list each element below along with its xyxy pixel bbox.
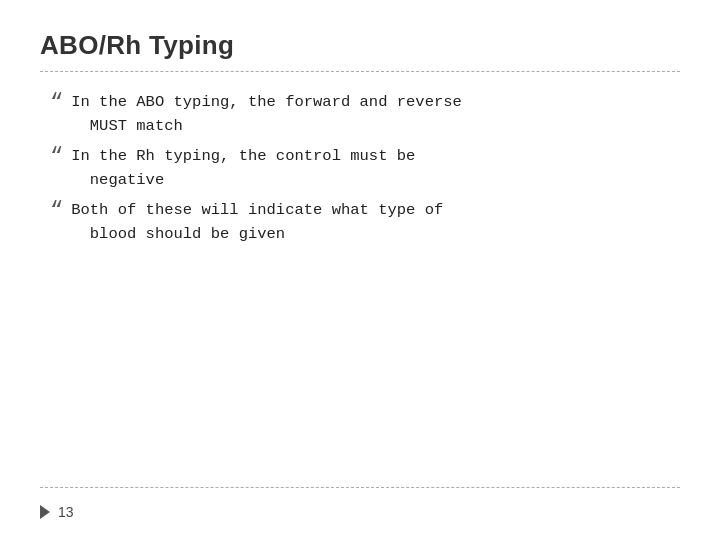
bullet-symbol-3: “ [50, 196, 63, 227]
bullet-symbol-2: “ [50, 142, 63, 173]
bullet-text-3: Both of these will indicate what type of… [71, 198, 443, 246]
top-divider [40, 71, 680, 72]
bullet-item-2: “ In the Rh typing, the control must be … [50, 144, 680, 192]
page-number: 13 [58, 504, 74, 520]
arrow-icon [40, 505, 50, 519]
bullet-item-1: “ In the ABO typing, the forward and rev… [50, 90, 680, 138]
slide-content: “ In the ABO typing, the forward and rev… [40, 90, 680, 487]
bullet-text-1: In the ABO typing, the forward and rever… [71, 90, 462, 138]
bullet-text-2: In the Rh typing, the control must be ne… [71, 144, 415, 192]
slide-title: ABO/Rh Typing [40, 30, 680, 61]
footer-content: 13 [40, 504, 74, 520]
bullet-item-3: “ Both of these will indicate what type … [50, 198, 680, 246]
bottom-divider [40, 487, 680, 488]
slide: ABO/Rh Typing “ In the ABO typing, the f… [0, 0, 720, 540]
bullet-symbol-1: “ [50, 88, 63, 119]
slide-footer: 13 [40, 496, 680, 520]
